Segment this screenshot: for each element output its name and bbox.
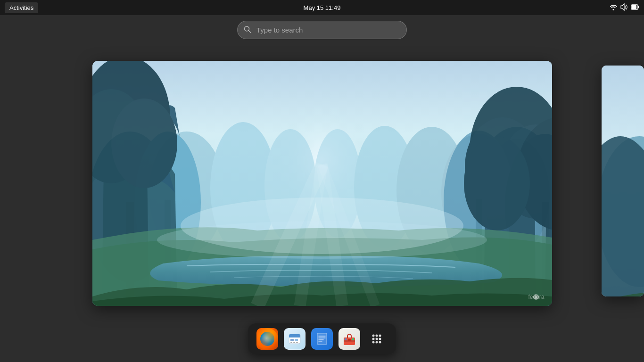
activities-button[interactable]: Activities <box>5 2 38 13</box>
svg-point-62 <box>372 338 375 340</box>
svg-rect-48 <box>317 333 327 345</box>
wifi-icon[interactable] <box>609 4 618 12</box>
search-input[interactable] <box>237 21 407 39</box>
toolbox-icon-svg <box>342 331 357 346</box>
dock <box>248 323 396 354</box>
svg-point-27 <box>111 99 177 188</box>
fedora-watermark: f fedora <box>528 294 544 300</box>
dock-icon-app-grid[interactable] <box>366 328 388 350</box>
svg-text:f: f <box>536 296 537 300</box>
workspace-area: f fedora <box>0 47 644 320</box>
dock-icon-software[interactable] <box>284 328 305 350</box>
svg-rect-58 <box>352 338 354 340</box>
svg-point-66 <box>376 341 378 344</box>
svg-point-59 <box>372 335 375 337</box>
wallpaper: f fedora <box>92 61 552 306</box>
clock: May 15 11:49 <box>304 4 341 11</box>
text-editor-icon-svg <box>315 332 329 346</box>
svg-point-64 <box>379 338 381 340</box>
svg-point-61 <box>379 335 381 337</box>
svg-point-65 <box>372 341 375 344</box>
right-workspace-preview[interactable] <box>602 66 644 296</box>
system-tray <box>609 3 639 12</box>
svg-rect-46 <box>293 342 295 343</box>
svg-rect-43 <box>290 339 294 341</box>
dock-icon-toolbox[interactable] <box>339 328 360 350</box>
main-workspace[interactable]: f fedora <box>92 61 552 306</box>
store-icon-svg <box>288 332 302 346</box>
dock-icon-firefox[interactable] <box>256 328 278 350</box>
svg-point-60 <box>376 335 378 337</box>
dock-icon-text-editor[interactable] <box>311 328 333 350</box>
svg-rect-2 <box>632 5 636 9</box>
power-icon[interactable] <box>631 4 639 12</box>
svg-rect-44 <box>295 339 298 341</box>
svg-rect-42 <box>289 336 300 337</box>
right-workspace-inner <box>602 66 644 296</box>
svg-rect-47 <box>296 342 298 343</box>
svg-point-32 <box>464 136 530 230</box>
svg-rect-1 <box>638 6 639 8</box>
svg-point-63 <box>376 338 378 340</box>
svg-point-34 <box>157 221 487 259</box>
topbar: Activities May 15 11:49 <box>0 0 644 15</box>
svg-rect-56 <box>348 339 351 341</box>
svg-point-67 <box>379 341 381 344</box>
svg-rect-45 <box>290 342 292 343</box>
sound-icon[interactable] <box>620 3 628 12</box>
search-container <box>237 21 407 39</box>
app-grid-icon-svg <box>370 332 383 346</box>
svg-rect-57 <box>345 338 347 340</box>
